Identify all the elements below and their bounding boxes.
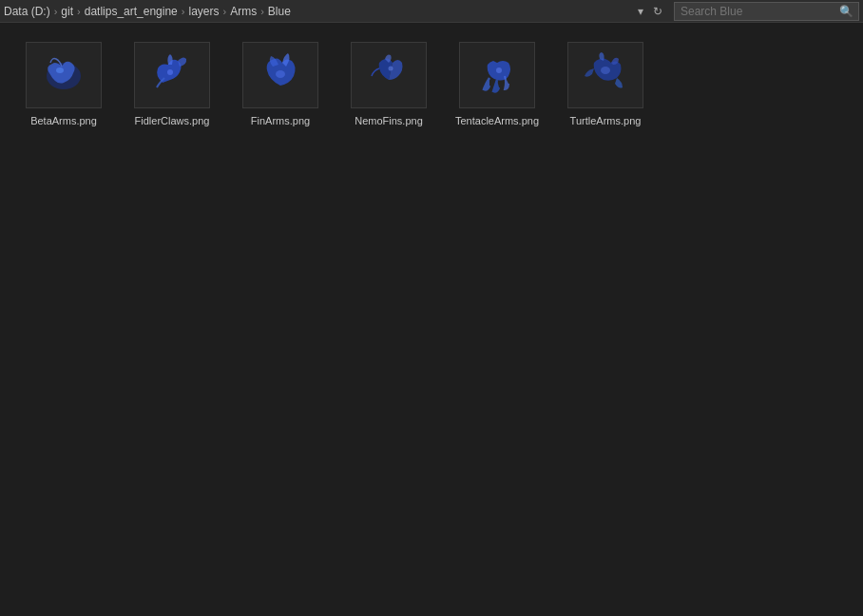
file-item-beta-arms[interactable]: BetaArms.png: [11, 34, 116, 139]
svg-point-6: [601, 67, 610, 74]
file-item-fidler-claws[interactable]: FidlerClaws.png: [120, 34, 224, 139]
svg-point-1: [56, 67, 64, 73]
content-area: BetaArms.png FidlerClaws.png FinArms.png: [0, 23, 863, 616]
file-item-tentacle-arms[interactable]: TentacleArms.png: [445, 34, 549, 139]
svg-point-2: [167, 69, 173, 75]
breadcrumb-item-blue: Blue: [268, 5, 291, 18]
file-thumbnail-fidler-claws: [134, 42, 210, 108]
search-icon-button[interactable]: 🔍: [834, 3, 858, 20]
breadcrumb-item-engine[interactable]: datlips_art_engine: [85, 5, 178, 18]
breadcrumb-item-layers[interactable]: layers: [188, 5, 219, 18]
file-name-fidler-claws: FidlerClaws.png: [135, 114, 210, 127]
file-thumbnail-fin-arms: [242, 42, 318, 108]
svg-point-3: [276, 70, 285, 78]
top-bar: Data (D:) › git › datlips_art_engine › l…: [0, 0, 863, 23]
search-input[interactable]: [675, 3, 834, 20]
file-item-nemo-fins[interactable]: NemoFins.png: [336, 34, 441, 139]
file-item-turtle-arms[interactable]: TurtleArms.png: [553, 34, 658, 139]
dropdown-button[interactable]: ▾: [634, 2, 647, 21]
file-thumbnail-beta-arms: [26, 42, 102, 108]
file-name-tentacle-arms: TentacleArms.png: [455, 114, 539, 127]
breadcrumb-sep-5: ›: [260, 6, 264, 17]
beta-arms-icon: [35, 49, 92, 102]
file-name-fin-arms: FinArms.png: [251, 114, 310, 127]
nav-controls: ▾ ↻: [634, 2, 666, 21]
fidler-claws-icon: [144, 49, 201, 102]
breadcrumb-item-arms[interactable]: Arms: [230, 5, 257, 18]
breadcrumb-sep-1: ›: [54, 6, 58, 17]
fin-arms-icon: [252, 49, 309, 102]
refresh-button[interactable]: ↻: [649, 2, 666, 21]
search-box[interactable]: 🔍: [674, 2, 859, 21]
file-thumbnail-tentacle-arms: [459, 42, 535, 108]
file-thumbnail-nemo-fins: [351, 42, 427, 108]
svg-point-5: [496, 67, 502, 73]
file-name-nemo-fins: NemoFins.png: [355, 114, 423, 127]
svg-point-4: [389, 66, 393, 70]
breadcrumb-item-data[interactable]: Data (D:): [4, 5, 50, 18]
file-thumbnail-turtle-arms: [567, 42, 643, 108]
breadcrumb-sep-3: ›: [182, 6, 185, 17]
tentacle-arms-icon: [469, 49, 526, 102]
file-name-beta-arms: BetaArms.png: [30, 114, 97, 127]
breadcrumb: Data (D:) › git › datlips_art_engine › l…: [4, 0, 630, 22]
file-name-turtle-arms: TurtleArms.png: [570, 114, 642, 127]
nemo-fins-icon: [360, 49, 417, 102]
turtle-arms-icon: [577, 49, 634, 102]
breadcrumb-sep-4: ›: [222, 6, 226, 17]
breadcrumb-item-git[interactable]: git: [61, 5, 73, 18]
breadcrumb-sep-2: ›: [77, 6, 81, 17]
file-item-fin-arms[interactable]: FinArms.png: [228, 34, 333, 139]
